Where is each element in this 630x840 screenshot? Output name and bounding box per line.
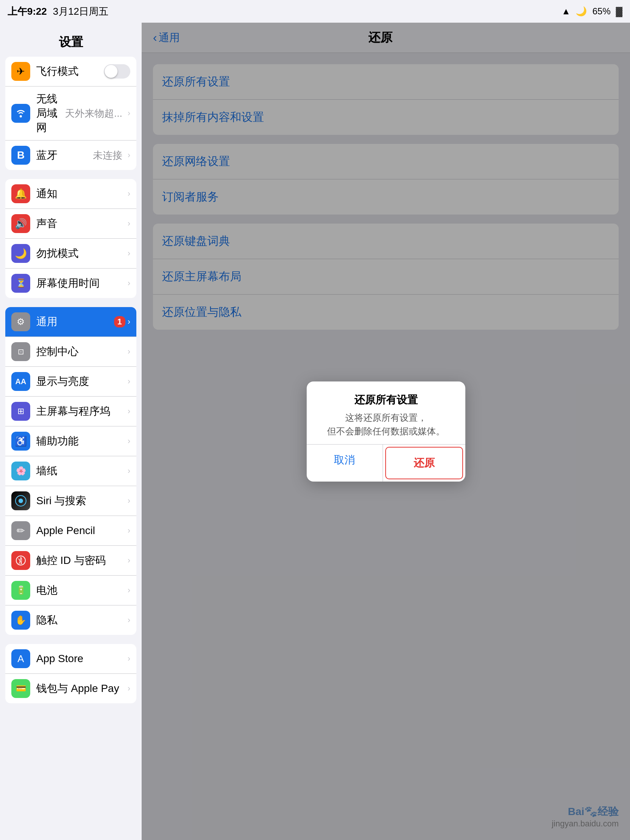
modal-description: 这将还原所有设置，但不会删除任何数据或媒体。 — [316, 411, 456, 438]
wallet-label: 钱包与 Apple Pay — [36, 681, 125, 696]
privacy-label: 隐私 — [36, 613, 125, 627]
settings-group-network: ✈ 飞行模式 无线局域网 天外来物超... › B 蓝牙 未连接 › — [5, 57, 136, 170]
chevron-icon: › — [128, 684, 130, 693]
chevron-icon: › — [128, 248, 130, 258]
chevron-icon: › — [128, 586, 130, 595]
airplane-icon: ✈ — [11, 62, 30, 81]
sidebar-item-wifi[interactable]: 无线局域网 天外来物超... › — [5, 87, 136, 141]
chevron-icon: › — [128, 317, 130, 327]
modal-title: 还原所有设置 — [316, 393, 456, 407]
chevron-icon: › — [128, 556, 130, 565]
chevron-icon: › — [128, 347, 130, 357]
chevron-icon: › — [128, 496, 130, 506]
status-time: 上午9:22 — [8, 5, 47, 18]
general-badge: 1 — [114, 316, 125, 327]
accessibility-label: 辅助功能 — [36, 434, 125, 448]
general-icon: ⚙ — [11, 313, 30, 331]
pencil-icon: ✏ — [11, 521, 30, 540]
battery-label: 电池 — [36, 583, 125, 597]
chevron-icon: › — [128, 436, 130, 446]
touchid-label: 触控 ID 与密码 — [36, 553, 125, 568]
wifi-settings-icon — [11, 104, 30, 123]
wallpaper-icon: 🌸 — [11, 461, 30, 480]
bluetooth-icon: B — [11, 146, 30, 165]
status-date: 3月12日周五 — [53, 5, 108, 18]
chevron-icon: › — [128, 526, 130, 535]
chevron-icon: › — [128, 278, 130, 288]
sidebar-item-bluetooth[interactable]: B 蓝牙 未连接 › — [5, 141, 136, 170]
sidebar-item-appstore[interactable]: A App Store › — [5, 644, 136, 674]
sidebar-item-screentime[interactable]: ⏳ 屏幕使用时间 › — [5, 268, 136, 298]
appstore-icon: A — [11, 649, 30, 668]
sound-label: 声音 — [36, 216, 125, 231]
chevron-icon: › — [128, 466, 130, 476]
donotdisturb-label: 勿扰模式 — [36, 246, 125, 261]
chevron-icon: › — [128, 615, 130, 625]
airplane-toggle[interactable] — [104, 64, 130, 79]
sidebar-item-wallet[interactable]: 💳 钱包与 Apple Pay › — [5, 674, 136, 703]
sidebar-item-siri[interactable]: Siri 与搜索 › — [5, 486, 136, 516]
settings-group-system: 🔔 通知 › 🔊 声音 › 🌙 勿扰模式 › ⏳ 屏幕使用时间 › — [5, 179, 136, 298]
moon-icon: 🌙 — [576, 6, 587, 17]
notification-icon: 🔔 — [11, 184, 30, 203]
chevron-icon: › — [128, 406, 130, 416]
alert-dialog: 还原所有设置 这将还原所有设置，但不会删除任何数据或媒体。 取消 还原 — [307, 382, 465, 482]
confirm-reset-button[interactable]: 还原 — [385, 447, 463, 479]
sidebar-item-notification[interactable]: 🔔 通知 › — [5, 179, 136, 209]
sidebar-item-pencil[interactable]: ✏ Apple Pencil › — [5, 516, 136, 546]
screentime-label: 屏幕使用时间 — [36, 276, 125, 291]
toggle-knob — [105, 65, 117, 78]
airplane-label: 飞行模式 — [36, 64, 104, 79]
settings-group-apps: A App Store › 💳 钱包与 Apple Pay › — [5, 644, 136, 703]
status-right: ▲ 🌙 65% ▓ — [562, 6, 622, 17]
controlcenter-icon: ⊡ — [11, 342, 30, 361]
status-bar: 上午9:22 3月12日周五 ▲ 🌙 65% ▓ — [0, 0, 630, 23]
sidebar-item-display[interactable]: AA 显示与亮度 › — [5, 367, 136, 396]
touchid-icon — [11, 551, 30, 570]
accessibility-icon: ♿ — [11, 432, 30, 451]
appstore-label: App Store — [36, 653, 125, 665]
sidebar-item-touchid[interactable]: 触控 ID 与密码 › — [5, 546, 136, 576]
homescreen-label: 主屏幕与程序坞 — [36, 404, 125, 418]
sidebar-item-sound[interactable]: 🔊 声音 › — [5, 209, 136, 239]
battery-icon: ▓ — [616, 6, 623, 17]
chevron-icon: › — [128, 654, 130, 664]
privacy-icon: ✋ — [11, 611, 30, 630]
sound-icon: 🔊 — [11, 214, 30, 233]
sidebar-item-privacy[interactable]: ✋ 隐私 › — [5, 605, 136, 635]
battery-level: 65% — [592, 6, 610, 17]
wallet-icon: 💳 — [11, 679, 30, 698]
general-label: 通用 — [36, 315, 114, 329]
wifi-icon: ▲ — [562, 6, 571, 17]
sidebar-item-donotdisturb[interactable]: 🌙 勿扰模式 › — [5, 239, 136, 268]
wifi-value: 天外来物超... — [65, 107, 122, 120]
main-layout: 设置 ✈ 飞行模式 无线局域网 天外来物超... › B 蓝牙 — [0, 23, 630, 840]
chevron-icon: › — [128, 377, 130, 386]
sidebar-item-battery[interactable]: 🔋 电池 › — [5, 576, 136, 605]
sidebar-item-airplane[interactable]: ✈ 飞行模式 — [5, 57, 136, 87]
screentime-icon: ⏳ — [11, 274, 30, 293]
display-label: 显示与亮度 — [36, 374, 125, 388]
donotdisturb-icon: 🌙 — [11, 244, 30, 263]
svg-point-1 — [19, 499, 23, 503]
controlcenter-label: 控制中心 — [36, 344, 125, 359]
siri-label: Siri 与搜索 — [36, 494, 125, 508]
sidebar-item-accessibility[interactable]: ♿ 辅助功能 › — [5, 426, 136, 456]
right-panel: ‹ 通用 还原 还原所有设置 抹掉所有内容和设置 还原网络设置 — [142, 23, 630, 840]
sidebar-item-controlcenter[interactable]: ⊡ 控制中心 › — [5, 337, 136, 367]
sidebar-item-wallpaper[interactable]: 🌸 墙纸 › — [5, 456, 136, 486]
modal-body: 还原所有设置 这将还原所有设置，但不会删除任何数据或媒体。 — [307, 382, 465, 444]
pencil-label: Apple Pencil — [36, 525, 125, 537]
chevron-icon: › — [128, 108, 130, 118]
chevron-icon: › — [128, 150, 130, 160]
modal-actions: 取消 还原 — [307, 444, 465, 482]
chevron-icon: › — [128, 219, 130, 229]
cancel-button[interactable]: 取消 — [307, 445, 384, 482]
sidebar-item-homescreen[interactable]: ⊞ 主屏幕与程序坞 › — [5, 396, 136, 426]
display-icon: AA — [11, 372, 30, 391]
bluetooth-value: 未连接 — [93, 149, 122, 162]
homescreen-icon: ⊞ — [11, 402, 30, 421]
sidebar-title: 设置 — [0, 27, 142, 57]
sidebar: 设置 ✈ 飞行模式 无线局域网 天外来物超... › B 蓝牙 — [0, 23, 142, 840]
sidebar-item-general[interactable]: ⚙ 通用 1 › — [5, 307, 136, 337]
